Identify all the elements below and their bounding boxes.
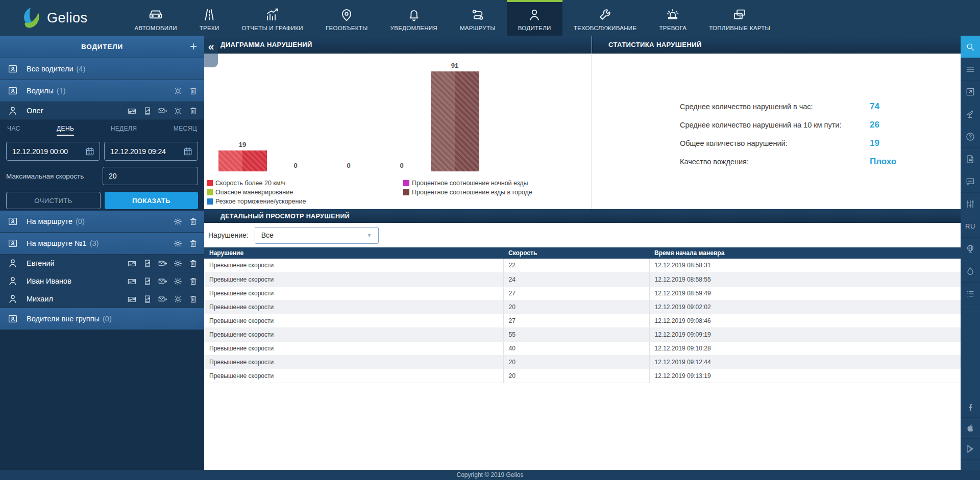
fuel-button[interactable] [961,260,980,283]
trash-icon[interactable] [188,86,198,96]
filters-button[interactable] [961,193,980,215]
gear-icon[interactable] [173,217,183,226]
report-icon[interactable] [142,294,152,304]
menu-button[interactable] [961,58,980,81]
add-group-button[interactable]: + [190,39,197,54]
column-header-start-time[interactable]: Время начала маневра [649,247,961,259]
column-header-speed[interactable]: Скорость [503,247,649,259]
gelios-logo[interactable]: Gelios [0,0,108,36]
id-card-icon[interactable] [127,106,137,116]
gear-icon[interactable] [173,106,183,116]
table-row[interactable]: Превышение скорости2212.12.2019 08:58:31 [204,259,961,272]
nav-item-notifications[interactable]: УВЕДОМЛЕНИЯ [379,0,449,36]
id-card-icon[interactable] [127,276,137,286]
id-card-icon[interactable] [127,294,137,304]
table-row[interactable]: Превышение скорости2712.12.2019 08:59:49 [204,286,961,300]
globe-button[interactable] [961,238,980,260]
satellite-button[interactable] [961,103,980,125]
gear-icon[interactable] [173,294,183,304]
send-message-icon[interactable] [158,294,167,304]
cell-violation: Превышение скорости [204,286,503,300]
date-from-field[interactable] [6,142,100,161]
trash-icon[interactable] [188,239,198,248]
nav-label: УВЕДОМЛЕНИЯ [390,25,437,31]
trash-icon[interactable] [188,259,198,268]
nav-item-alarm[interactable]: ТРЕВОГА [648,0,698,36]
sidebar-item-evgeniy[interactable]: Евгений [0,255,204,272]
table-row[interactable]: Превышение скорости2712.12.2019 09:08:46 [204,314,961,327]
date-to-field[interactable] [104,142,198,161]
collapse-sidebar-button[interactable]: « [204,39,218,67]
gear-icon[interactable] [173,259,183,268]
group-label: Водители вне группы [27,315,100,323]
report-icon[interactable] [142,106,152,116]
expand-button[interactable] [961,81,980,103]
date-to-input[interactable] [110,147,183,156]
tab-week[interactable]: НЕДЕЛЯ [111,125,137,136]
table-row[interactable]: Превышение скорости2012.12.2019 09:12:44 [204,355,961,369]
tab-hour[interactable]: ЧАС [7,125,20,136]
detail-panel-header: ДЕТАЛЬНЫЙ ПРОСМОТР НАРУШЕНИЙ [204,209,961,223]
send-message-icon[interactable] [158,259,167,268]
google-play-button[interactable] [961,439,980,460]
calendar-icon[interactable] [183,146,193,157]
table-row[interactable]: Превышение скорости5512.12.2019 09:09:19 [204,327,961,341]
calendar-icon[interactable] [85,146,95,157]
tab-day[interactable]: ДЕНЬ [57,125,74,136]
stat-value: 26 [870,120,879,130]
apple-button[interactable] [961,418,980,439]
column-header-violation[interactable]: Нарушение [204,247,503,259]
send-message-icon[interactable] [158,276,167,286]
help-button[interactable] [961,125,980,148]
id-card-icon[interactable] [127,259,137,268]
max-speed-input[interactable] [103,167,198,185]
report-icon[interactable] [142,259,152,268]
nav-item-fuelcards[interactable]: ТОПЛИВНЫЕ КАРТЫ [698,0,781,36]
sidebar-item-all-drivers[interactable]: Все водители (4) [0,58,204,80]
facebook-button[interactable] [961,397,980,418]
sidebar-item-mikhail[interactable]: Михаил [0,290,204,308]
trash-icon[interactable] [188,106,198,116]
gear-icon[interactable] [173,239,183,248]
nav-item-routes[interactable]: МАРШРУТЫ [449,0,507,36]
nav-item-geoobjects[interactable]: ГЕООБЪЕКТЫ [314,0,379,36]
nav-item-tracks[interactable]: ТРЕКИ [188,0,231,36]
bar-harsh-braking: 0 [322,62,375,171]
language-button[interactable]: RU [961,215,980,238]
trash-icon[interactable] [188,276,198,286]
cell-speed: 55 [503,327,649,341]
table-row[interactable]: Превышение скорости2012.12.2019 09:13:19 [204,369,961,383]
search-button[interactable] [961,36,980,58]
date-from-input[interactable] [12,147,85,156]
sidebar-item-oleg[interactable]: Олег [0,102,204,120]
send-message-icon[interactable] [158,106,167,116]
droplet-icon [965,266,975,276]
road-icon [202,7,217,22]
nav-item-reports[interactable]: ОТЧЕТЫ И ГРАФИКИ [231,0,314,36]
table-row[interactable]: Превышение скорости4012.12.2019 09:10:28 [204,341,961,355]
table-row[interactable]: Превышение скорости2412.12.2019 08:58:55 [204,272,961,286]
show-button[interactable]: ПОКАЗАТЬ [105,192,198,209]
trash-icon[interactable] [188,294,198,304]
document-button[interactable] [961,148,980,170]
diagram-panel-title: ДИАГРАММА НАРУШЕНИЙ [220,41,312,48]
table-row[interactable]: Превышение скорости2012.12.2019 09:02:02 [204,300,961,314]
gear-icon[interactable] [173,276,183,286]
list-button[interactable] [961,283,980,305]
sidebar-item-vodily[interactable]: Водилы (1) [0,80,204,102]
sidebar-item-on-route-1[interactable]: На маршруте №1 (3) [0,233,204,255]
tab-month[interactable]: МЕСЯЦ [174,125,197,136]
violation-type-dropdown[interactable]: Все ▼ [255,227,379,244]
chat-button[interactable] [961,170,980,193]
user-icon [7,258,18,269]
report-icon[interactable] [142,276,152,286]
clear-button[interactable]: ОЧИСТИТЬ [6,192,101,209]
trash-icon[interactable] [188,217,198,226]
sidebar-item-on-route[interactable]: На маршруте (0) [0,211,204,233]
gear-icon[interactable] [173,86,183,96]
nav-item-drivers[interactable]: ВОДИТЕЛИ [507,0,562,36]
nav-item-maintenance[interactable]: ТЕХОБСЛУЖИВАНИЕ [562,0,648,36]
sidebar-item-ivan-ivanov[interactable]: Иван Иванов [0,272,204,290]
nav-item-cars[interactable]: АВТОМОБИЛИ [124,0,188,36]
sidebar-item-ungrouped-drivers[interactable]: Водители вне группы (0) [0,308,204,330]
